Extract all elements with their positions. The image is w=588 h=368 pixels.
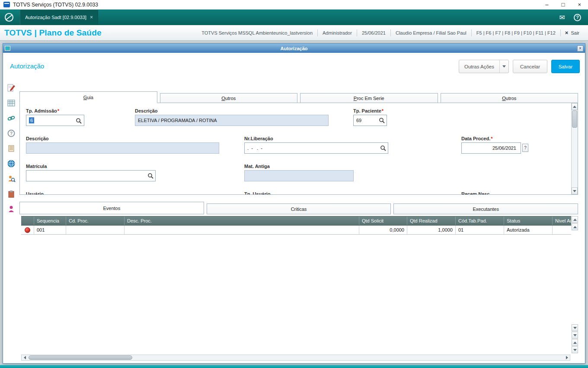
person-icon[interactable]	[6, 204, 16, 214]
grid-header-qtd-realizad[interactable]: Qtd Realizad	[407, 216, 456, 225]
scroll-thumb[interactable]	[572, 110, 577, 128]
tp-usuario-label: Tp. Usuário	[244, 191, 271, 195]
scroll-up-icon[interactable]	[572, 223, 578, 230]
bottom-accent-bar	[0, 365, 588, 368]
tp-admissao-input[interactable]: 6	[26, 115, 84, 126]
scroll-right-icon[interactable]	[564, 355, 570, 360]
grid-scroll-top-buttons	[572, 216, 578, 231]
scroll-down-icon[interactable]	[572, 324, 578, 331]
close-button[interactable]: ×	[578, 0, 581, 9]
scroll-up-icon[interactable]	[572, 103, 578, 110]
company-label: Claudio Empresa / Filial Sao Paul	[391, 30, 471, 36]
user-label: Administrador	[318, 30, 357, 36]
tp-admissao-value: 6	[29, 117, 34, 123]
search-icon[interactable]	[147, 173, 153, 181]
row-qtd-solicit: 0,0000	[359, 226, 407, 234]
hscroll-thumb[interactable]	[29, 355, 132, 360]
scroll-track	[572, 110, 578, 187]
tab-label: Autorização Sadt [02.9.0033]	[25, 15, 86, 20]
cancel-label: Cancelar	[520, 64, 540, 69]
grid-header-cd-proc[interactable]: Cd. Proc.	[66, 216, 125, 225]
window-controls: – □ ×	[545, 0, 581, 9]
row-cd-proc	[66, 226, 125, 234]
grid-header-qtd-solicit[interactable]: Qtd Solicit	[359, 216, 407, 225]
action-buttons: Outras Ações Cancelar Salvar	[459, 60, 580, 73]
data-proced-input[interactable]	[461, 142, 521, 154]
tab-outros-2[interactable]: Outros	[441, 93, 578, 103]
cancel-button[interactable]: Cancelar	[513, 60, 547, 73]
data-proced-label: Data Proced.	[461, 136, 490, 141]
grid-vertical-scrollbar	[572, 216, 578, 354]
app-header: TOTVS | Plano de Saúde TOTVS Serviços MS…	[0, 25, 588, 41]
field-nr-liberacao: Nr.Liberação	[244, 136, 388, 154]
table-row[interactable]: 001 0,0000 1,0000 01 Autorizada	[21, 226, 571, 235]
tab-guia[interactable]: Guia	[19, 91, 157, 103]
scroll-top-icon[interactable]	[572, 216, 578, 223]
date-help-button[interactable]: ?	[522, 144, 528, 152]
tool-sidebar: ?	[3, 83, 19, 214]
other-actions-label: Outras Ações	[459, 64, 499, 69]
dropdown-caret-icon[interactable]	[499, 60, 508, 73]
search-icon[interactable]	[379, 117, 385, 125]
search-icon[interactable]	[76, 118, 82, 126]
window-title: TOTVS Serviços (TOTVS) 02.9.0033	[13, 2, 545, 8]
help-icon[interactable]: ?	[574, 14, 581, 21]
minimize-button[interactable]: –	[545, 0, 548, 9]
grid-header-nivel[interactable]: Nivel Au	[553, 216, 571, 225]
descricao-top-input[interactable]	[135, 115, 329, 126]
row-desc-proc	[125, 226, 359, 234]
scroll-left-icon[interactable]	[22, 355, 28, 360]
required-marker: *	[491, 136, 492, 141]
tab-executantes[interactable]: Executantes	[393, 203, 578, 214]
tealbar-right: ✉ ?	[559, 10, 588, 25]
mat-antiga-input[interactable]	[244, 170, 354, 181]
clipboard-icon[interactable]	[6, 189, 16, 199]
mail-icon[interactable]: ✉	[559, 13, 565, 22]
tab-autorizacao-sadt[interactable]: Autorização Sadt [02.9.0033] ×	[20, 10, 98, 25]
recem-nasc-label: Recem Nasc.	[461, 191, 491, 195]
grid-header-status-icon-col[interactable]	[21, 216, 34, 225]
row-qtd-realizad: 1,0000	[407, 226, 456, 234]
scroll-down-icon[interactable]	[572, 187, 578, 194]
matricula-label: Matrícula	[26, 164, 47, 169]
maximize-button[interactable]: □	[562, 0, 565, 9]
scroll-icon[interactable]	[6, 144, 16, 153]
tab-eventos[interactable]: Eventos	[19, 202, 204, 214]
nr-liberacao-input[interactable]	[244, 142, 388, 154]
totvs-logo-icon[interactable]	[3, 12, 15, 23]
tab-proc-em-serie[interactable]: Proc Em Serie	[300, 93, 438, 103]
grid-header-row: Sequencia Cd. Proc. Desc. Proc. Qtd Soli…	[21, 216, 571, 226]
tab-criticas[interactable]: Criticas	[207, 203, 391, 214]
other-actions-button[interactable]: Outras Ações	[459, 60, 509, 73]
dialog-close-icon[interactable]: ×	[577, 45, 583, 52]
save-button[interactable]: Salvar	[551, 60, 580, 73]
save-label: Salvar	[559, 64, 573, 69]
dialog-titlebar[interactable]: Autorização ×	[3, 44, 585, 53]
edit-icon[interactable]	[6, 83, 16, 93]
matricula-input[interactable]	[26, 170, 156, 181]
question-icon[interactable]: ?	[6, 129, 16, 138]
link-icon[interactable]	[6, 113, 16, 123]
search-icon[interactable]	[380, 145, 386, 153]
tab-close-icon[interactable]: ×	[90, 14, 93, 20]
field-descricao-top: Descrição	[135, 108, 329, 126]
scroll-page-down-icon[interactable]	[572, 346, 578, 353]
grid-header-sequencia[interactable]: Sequencia	[34, 216, 66, 225]
grid-header-desc-proc[interactable]: Desc. Proc.	[125, 216, 359, 225]
scroll-page-up-icon[interactable]	[572, 339, 578, 346]
table-icon[interactable]	[6, 98, 16, 108]
person-search-icon[interactable]	[6, 174, 16, 184]
grid-header-cod-tab-pad[interactable]: Cód.Tab.Pad.	[456, 216, 504, 225]
field-mat-antiga: Mat. Antiga	[244, 164, 354, 181]
authorization-dialog: Autorização × Autorização Outras Ações C…	[3, 43, 585, 364]
field-tp-admissao: Tp. Admissão* 6	[26, 108, 84, 126]
grid-header-status[interactable]: Status	[504, 216, 553, 225]
dialog-body: Autorização Outras Ações Cancelar Salvar	[3, 53, 585, 363]
scroll-bottom-icon[interactable]	[572, 332, 578, 339]
exit-button[interactable]: × Sair	[561, 29, 584, 36]
events-grid: Sequencia Cd. Proc. Desc. Proc. Qtd Soli…	[21, 216, 578, 354]
field-data-proced: Data Proced.*	[461, 136, 521, 154]
descricao-mid-input[interactable]	[26, 142, 219, 154]
globe-icon[interactable]	[6, 159, 16, 168]
tab-outros-1[interactable]: Outros	[160, 93, 298, 103]
